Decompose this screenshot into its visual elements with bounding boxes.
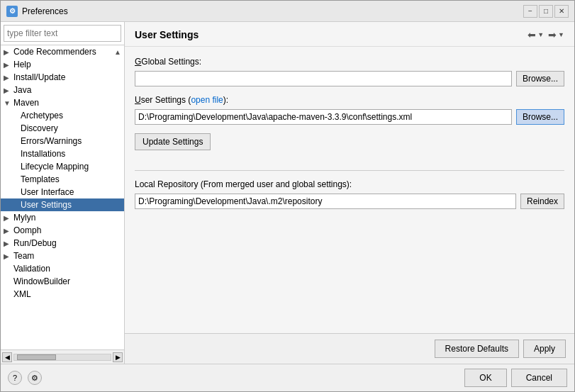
sidebar-item-validation[interactable]: Validation [1,262,124,275]
user-settings-input[interactable] [135,109,512,125]
horizontal-scrollbar[interactable]: ◀ ▶ [1,349,124,364]
sidebar-item-window-builder[interactable]: WindowBuilder [1,275,124,288]
content-body: GGlobal Settings: Browse... User Setting… [125,47,574,333]
horizontal-track[interactable] [13,354,111,361]
sidebar-item-installations[interactable]: Installations [1,147,124,160]
content-panel: User Settings ⬅ ▼ ➡ ▼ GGlobal Settings: [125,22,574,364]
expand-icon: ▶ [4,240,13,247]
browse-global-button[interactable]: Browse... [516,71,564,86]
global-settings-input[interactable] [135,71,512,86]
sidebar-item-label: Archetypes [21,111,63,121]
bottom-action-bar: Restore Defaults Apply [125,333,574,364]
sidebar-item-code-recommenders[interactable]: ▶ Code Recommenders ▲ [1,45,124,58]
back-nav[interactable]: ⬅ ▼ [527,29,544,40]
restore-defaults-button[interactable]: Restore Defaults [435,340,519,358]
sidebar-item-xml[interactable]: XML [1,288,124,301]
sidebar-item-label: Java [13,85,31,95]
footer-right: OK Cancel [464,369,567,387]
horizontal-thumb[interactable] [17,354,56,360]
sidebar-item-templates[interactable]: Templates [1,173,124,186]
local-repo-input[interactable] [135,194,516,209]
separator [135,170,564,171]
sidebar-item-oomph[interactable]: ▶ Oomph [1,224,124,237]
sidebar-item-label: Help [13,60,31,69]
content-header: User Settings ⬅ ▼ ➡ ▼ [125,22,574,47]
search-input[interactable] [4,25,121,42]
user-settings-label: User Settings (open file): [135,95,564,105]
sidebar-item-java[interactable]: ▶ Java [1,84,124,96]
apply-button[interactable]: Apply [523,340,566,358]
reindex-button[interactable]: Reindex [520,194,564,209]
preferences-footer-button[interactable]: ⚙ [28,371,42,385]
sidebar-item-maven[interactable]: ▼ Maven [1,96,124,109]
title-bar: ⚙ Preferences − □ ✕ [1,1,574,22]
sidebar-item-mylyn[interactable]: ▶ Mylyn [1,211,124,224]
sidebar-item-user-settings[interactable]: User Settings [1,198,124,211]
sidebar-item-errors-warnings[interactable]: Errors/Warnings [1,135,124,147]
expand-icon: ▶ [4,86,13,94]
tree: ▶ Code Recommenders ▲ ▶ Help ▶ Install/U… [1,45,124,349]
sidebar-item-label: Maven [13,98,39,108]
preferences-icon: ⚙ [6,6,18,17]
sidebar-item-discovery[interactable]: Discovery [1,122,124,135]
expand-icon: ▶ [4,214,13,222]
local-repo-row: Reindex [135,194,564,209]
sidebar-item-label: Validation [13,264,50,274]
sidebar-item-label: Installations [21,149,65,159]
sidebar-item-label: Errors/Warnings [21,136,82,146]
scroll-right-button[interactable]: ▶ [113,352,123,362]
preferences-icon: ⚙ [31,374,38,383]
footer-icons: ? ⚙ [8,371,42,385]
expand-icon: ▶ [4,252,13,260]
open-file-link[interactable]: open file [191,95,223,105]
expand-icon: ▶ [4,227,13,235]
sidebar-item-install-update[interactable]: ▶ Install/Update [1,71,124,84]
window-controls: − □ ✕ [523,5,569,18]
help-button[interactable]: ? [8,371,22,385]
sidebar-item-user-interface[interactable]: User Interface [1,186,124,198]
minimize-button[interactable]: − [523,5,537,18]
sidebar-item-label: XML [13,289,31,299]
main-content: ▶ Code Recommenders ▲ ▶ Help ▶ Install/U… [1,22,574,364]
expand-icon: ▼ [4,99,13,107]
sidebar-item-label: Oomph [13,225,41,235]
back-dropdown-icon[interactable]: ▼ [537,31,544,38]
sidebar-item-label: Team [13,251,34,261]
navigation-arrows: ⬅ ▼ ➡ ▼ [527,29,564,40]
user-settings-underline: U [135,95,141,105]
scroll-left-button[interactable]: ◀ [2,352,12,362]
sidebar-item-label: Mylyn [13,213,35,223]
title-bar-left: ⚙ Preferences [6,6,68,17]
forward-dropdown-icon[interactable]: ▼ [558,31,564,38]
sidebar-item-label: Templates [21,174,60,184]
browse-user-button[interactable]: Browse... [516,109,564,125]
user-settings-row: Browse... [135,109,564,125]
maximize-button[interactable]: □ [539,5,553,18]
ok-button[interactable]: OK [464,369,506,387]
sidebar: ▶ Code Recommenders ▲ ▶ Help ▶ Install/U… [1,22,125,364]
close-button[interactable]: ✕ [554,5,569,18]
cancel-button[interactable]: Cancel [511,369,567,387]
sidebar-item-label: WindowBuilder [13,276,70,286]
filter-icon: ▲ [114,48,121,56]
search-box [1,22,124,45]
back-arrow-icon: ⬅ [527,29,536,40]
sidebar-item-label: Discovery [21,123,58,133]
global-settings-row: Browse... [135,71,564,86]
window-title: Preferences [22,6,68,16]
sidebar-item-run-debug[interactable]: ▶ Run/Debug [1,237,124,250]
sidebar-item-lifecycle-mapping[interactable]: Lifecycle Mapping [1,160,124,173]
sidebar-item-archetypes[interactable]: Archetypes [1,109,124,122]
footer-bar: ? ⚙ OK Cancel [1,364,574,391]
sidebar-item-help[interactable]: ▶ Help [1,58,124,71]
sidebar-item-label: Code Recommenders [13,47,96,57]
expand-icon: ▶ [4,48,13,56]
expand-icon: ▶ [4,74,13,82]
forward-nav[interactable]: ➡ ▼ [548,29,564,40]
expand-icon: ▶ [4,61,13,69]
update-settings-button[interactable]: Update Settings [135,133,211,150]
preferences-window: ⚙ Preferences − □ ✕ ▶ Code Recommenders … [0,0,575,392]
page-title: User Settings [135,29,199,40]
sidebar-item-label: User Settings [21,200,72,210]
sidebar-item-team[interactable]: ▶ Team [1,250,124,262]
